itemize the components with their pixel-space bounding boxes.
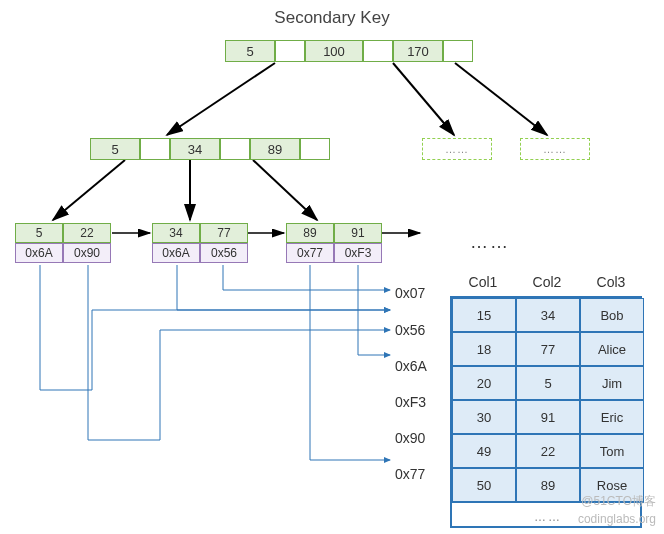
table-cell-r3c2: Eric [580,400,644,434]
hex-label-0: 0x07 [395,285,425,301]
l1-gap-1 [220,138,250,160]
leaf1-ptr-0: 0x6A [152,243,200,263]
table-cell-r3c1: 91 [516,400,580,434]
table-cell-r0c2: Bob [580,298,644,332]
leaf2-key-1: 91 [334,223,382,243]
leaf1-key-1: 77 [200,223,248,243]
l1-key-1: 34 [170,138,220,160]
root-gap-1 [363,40,393,62]
table-cell-r0c0: 15 [452,298,516,332]
hex-label-4: 0x90 [395,430,425,446]
root-key-1: 100 [305,40,363,62]
table-header-1: Col2 [516,274,578,290]
leaf2-ptr-0: 0x77 [286,243,334,263]
leaf0-key-1: 22 [63,223,111,243]
table-header-2: Col3 [580,274,642,290]
root-key-0: 5 [225,40,275,62]
table-cell-r2c2: Jim [580,366,644,400]
watermark-1: @51CTO博客 [581,493,656,510]
table-cell-r5c1: 89 [516,468,580,502]
table-header-0: Col1 [452,274,514,290]
ghost-node-0: …… [422,138,492,160]
l1-key-2: 89 [250,138,300,160]
diagram-title: Secondary Key [0,8,664,28]
hex-label-1: 0x56 [395,322,425,338]
leaf1-ptr-1: 0x56 [200,243,248,263]
l1-key-0: 5 [90,138,140,160]
svg-line-1 [393,63,454,135]
table-cell-r3c0: 30 [452,400,516,434]
table-cell-r0c1: 34 [516,298,580,332]
table-cell-r5c0: 50 [452,468,516,502]
svg-line-0 [167,63,275,135]
svg-line-3 [53,160,125,220]
table-cell-r1c1: 77 [516,332,580,366]
root-key-2: 170 [393,40,443,62]
root-gap-2 [443,40,473,62]
hex-label-3: 0xF3 [395,394,426,410]
l1-gap-0 [140,138,170,160]
leaf0-ptr-0: 0x6A [15,243,63,263]
root-gap-0 [275,40,305,62]
watermark-2: codinglabs.org [578,512,656,526]
hex-label-5: 0x77 [395,466,425,482]
table-cell-r4c0: 49 [452,434,516,468]
leaf0-key-0: 5 [15,223,63,243]
leaf0-ptr-1: 0x90 [63,243,111,263]
ghost-node-1: …… [520,138,590,160]
table-cell-r1c0: 18 [452,332,516,366]
table-cell-r2c1: 5 [516,366,580,400]
table-cell-r1c2: Alice [580,332,644,366]
hex-label-2: 0x6A [395,358,427,374]
svg-line-2 [455,63,547,135]
table-cell-r4c2: Tom [580,434,644,468]
leaf1-key-0: 34 [152,223,200,243]
table-cell-r4c1: 22 [516,434,580,468]
leaf2-key-0: 89 [286,223,334,243]
l1-gap-2 [300,138,330,160]
table-cell-r2c0: 20 [452,366,516,400]
leaf2-ptr-1: 0xF3 [334,243,382,263]
leaf-ellipsis: …… [470,232,510,253]
svg-line-5 [253,160,317,220]
